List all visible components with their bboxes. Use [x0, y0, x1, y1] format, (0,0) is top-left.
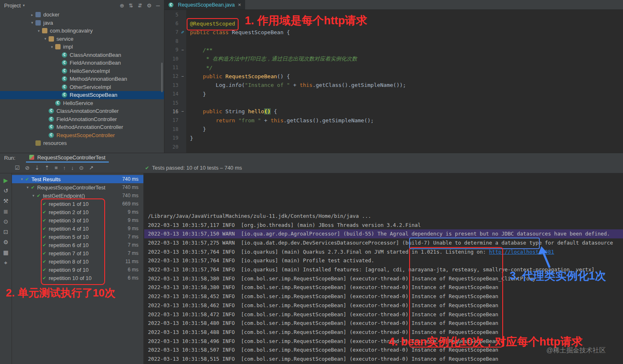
stop-icon[interactable]: ◼: [0, 208, 12, 215]
fold-icon[interactable]: −: [178, 109, 187, 114]
expand-selection-icon[interactable]: ⇅: [129, 2, 133, 9]
code-line[interactable]: 16− public String hello() {: [164, 107, 623, 116]
project-tree-item[interactable]: ▾java: [0, 19, 164, 27]
run-toolbar-icons: ☑⊘⇣⇡≡↑↓⊙↗: [0, 165, 99, 171]
project-tree-item[interactable]: resources: [0, 139, 164, 147]
fold-icon[interactable]: −: [178, 48, 187, 52]
code-token: (: [241, 82, 245, 88]
code-token: [190, 108, 203, 114]
code-line[interactable]: 9− /**: [164, 46, 623, 54]
chevron-down-icon[interactable]: ▾: [19, 177, 25, 181]
project-tree-item[interactable]: ▾com.bolingcavalry: [0, 27, 164, 35]
project-tree-item[interactable]: ▾impl: [0, 43, 164, 51]
project-tree-item[interactable]: ▾service: [0, 35, 164, 43]
code-token: return: [216, 117, 239, 124]
chevron-down-icon[interactable]: ▾: [29, 21, 35, 25]
project-tree-item[interactable]: CHelloService: [0, 99, 164, 107]
expand-all-icon[interactable]: ≡: [54, 165, 58, 171]
project-tree-item[interactable]: CRequestScopeController: [0, 131, 164, 140]
show-passed-icon[interactable]: ☑: [15, 165, 20, 171]
chevron-right-icon[interactable]: ▸: [29, 13, 35, 17]
annotation-note-3: 3. 代理类实例化1次: [510, 268, 606, 283]
run-panel-title: Run:: [4, 155, 15, 161]
code-line[interactable]: 8: [164, 37, 623, 45]
code-token: public: [203, 73, 225, 79]
code-token: /**: [203, 47, 212, 53]
code-line[interactable]: 19}: [164, 133, 623, 142]
project-tree-item[interactable]: COtherServiceImpl: [0, 83, 164, 91]
project-tree-item[interactable]: CRequestScopeBean: [0, 91, 164, 99]
test-tree-item[interactable]: ▾✔RequestScopeControllerTest740 ms: [12, 183, 143, 191]
code-line[interactable]: 14 }: [164, 90, 623, 98]
console-line: 2022-03-13 10:31:58,462 INFO [com.bol.se…: [148, 301, 623, 310]
project-panel-title[interactable]: Project: [4, 2, 21, 9]
pin-icon[interactable]: ⌖: [0, 259, 12, 266]
project-tree-item[interactable]: CHelloServiceImpl: [0, 67, 164, 75]
project-item-label: MethodAnnotationController: [56, 124, 123, 130]
annotate-pen-icon[interactable]: ✎: [178, 29, 187, 35]
code-line[interactable]: 18 }: [164, 125, 623, 133]
restore-layout-icon[interactable]: ⊡: [0, 229, 12, 235]
export-test-results-icon[interactable]: ↗: [89, 165, 94, 171]
hide-panel-icon[interactable]: ─: [156, 2, 160, 9]
class-icon: C: [62, 52, 67, 58]
sort-alphabetically-icon[interactable]: ⇣: [35, 165, 40, 171]
previous-failed-test-icon[interactable]: ↑: [63, 165, 66, 171]
chevron-down-icon[interactable]: ▾: [49, 45, 55, 49]
class-icon: C: [62, 76, 67, 82]
select-opened-file-icon[interactable]: ⊕: [119, 2, 124, 9]
chevron-down-icon[interactable]: ▾: [30, 194, 37, 198]
rerun-tests-icon[interactable]: ▶: [0, 177, 12, 184]
project-scrollbar[interactable]: [161, 63, 163, 92]
project-tree-item[interactable]: CClassAnnotationController: [0, 107, 164, 115]
project-tree-item[interactable]: CFieldAnnotationController: [0, 115, 164, 124]
package-icon: [42, 28, 47, 33]
code-token: */: [206, 65, 213, 71]
sort-by-duration-icon[interactable]: ⇡: [44, 165, 49, 171]
chevron-down-icon[interactable]: ▾: [24, 185, 31, 189]
chevron-down-icon[interactable]: ▾: [42, 37, 49, 41]
chevron-down-icon[interactable]: ▾: [23, 3, 25, 7]
line-number: 19: [164, 135, 178, 141]
project-item-label: MethodAnnonationBean: [69, 76, 127, 82]
test-item-time: 740 ms: [122, 176, 143, 182]
settings-icon[interactable]: ⚙: [147, 2, 152, 9]
test-passed-icon: ✔: [37, 193, 40, 198]
line-number: 5: [164, 12, 178, 18]
layout-icon[interactable]: ▦: [0, 249, 12, 256]
code-line[interactable]: 17 return "from " + this.getClass().getS…: [164, 116, 623, 125]
code-line[interactable]: 12− public RequestScopeBean() {: [164, 72, 623, 81]
rerun-failed-icon[interactable]: ↺: [0, 187, 12, 194]
project-tree-item[interactable]: CFieldAnnonationBean: [0, 59, 164, 67]
project-tree: ▸docker▾java▾com.bolingcavalry▾service▾i…: [0, 11, 164, 153]
line-number: 12: [164, 73, 178, 79]
settings-icon[interactable]: ⚙: [0, 239, 12, 245]
project-tree-item[interactable]: ▸docker: [0, 11, 164, 19]
project-tree-item[interactable]: CClassAnnotationBean: [0, 51, 164, 59]
line-number: 11: [164, 65, 178, 70]
project-tree-item[interactable]: CMethodAnnotationController: [0, 123, 164, 131]
code-line[interactable]: 15: [164, 98, 623, 107]
code-line[interactable]: 11 */: [164, 63, 623, 72]
fold-icon[interactable]: −: [178, 74, 187, 79]
collapse-all-icon[interactable]: ⇵: [138, 2, 142, 9]
close-icon[interactable]: ×: [238, 2, 241, 8]
project-item-label: OtherServiceImpl: [69, 84, 111, 90]
editor-tab[interactable]: C RequestScopeBean.java ×: [164, 0, 245, 9]
test-tree-item[interactable]: ▾✔Test Results740 ms: [12, 175, 143, 183]
code-line[interactable]: 10 * 在构造方法中打印日志，通过日志出现次数对应着实例化次数: [164, 54, 623, 63]
next-failed-test-icon[interactable]: ↓: [71, 165, 74, 171]
test-item-time: 7 ms: [128, 242, 143, 248]
test-history-icon[interactable]: ⊙: [79, 165, 84, 171]
code-line[interactable]: 20: [164, 142, 623, 151]
code-line[interactable]: 13 Log.info("Instance of " + this.getCla…: [164, 81, 623, 89]
code-token: public: [203, 108, 225, 114]
class-icon: C: [49, 117, 54, 122]
screenshot-icon[interactable]: ⊙: [0, 218, 12, 225]
build-icon[interactable]: ⚒: [0, 198, 12, 204]
chevron-down-icon[interactable]: ▾: [35, 29, 42, 33]
project-tree-item[interactable]: CMethodAnnonationBean: [0, 75, 164, 83]
show-ignored-icon[interactable]: ⊘: [25, 165, 30, 171]
run-tab[interactable]: RequestScopeControllerTest: [26, 153, 108, 163]
code-token: [190, 56, 206, 62]
